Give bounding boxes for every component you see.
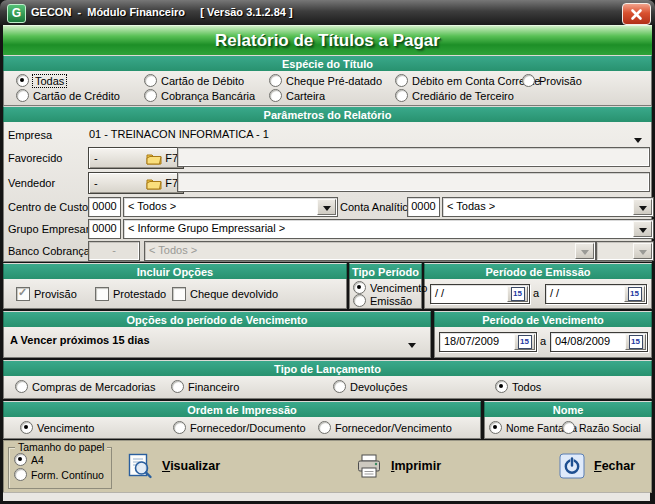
radio-especie-carteira[interactable]: Carteira bbox=[269, 89, 325, 102]
radio-ordem-vencimento[interactable]: Vencimento bbox=[20, 421, 94, 434]
radio-lancamento-financeiro[interactable]: Financeiro bbox=[171, 380, 239, 393]
opcoes-vencimento-select[interactable]: A Vencer próximos 15 dias bbox=[6, 331, 422, 351]
chevron-down-icon[interactable] bbox=[633, 199, 652, 215]
radio-especie-cartao-credito[interactable]: Cartão de Crédito bbox=[16, 89, 120, 102]
favorecido-field[interactable] bbox=[177, 147, 650, 167]
radio-tipo-periodo-vencimento[interactable]: Vencimento bbox=[353, 281, 427, 294]
favorecido-code: - bbox=[94, 152, 146, 164]
radio-paper-form-continuo[interactable]: Form. Contínuo bbox=[14, 468, 104, 481]
calendar-button[interactable]: 15 bbox=[624, 286, 645, 302]
fechar-button[interactable]: Fechar bbox=[559, 453, 635, 479]
favorecido-lookup-button[interactable]: - F7 bbox=[88, 147, 184, 169]
radio-tipo-periodo-emissao[interactable]: Emissão bbox=[353, 294, 412, 307]
vendedor-label: Vendedor bbox=[8, 177, 55, 189]
radio-label: Fornecedor/Documento bbox=[190, 422, 306, 434]
centro-custo-code[interactable]: 0000 bbox=[88, 197, 121, 217]
radio-label: Fornecedor/Vencimento bbox=[335, 422, 452, 434]
calendar-icon: 15 bbox=[511, 287, 525, 301]
vendedor-code: - bbox=[94, 177, 146, 189]
app-window: G GECON - Módulo Financeiro [ Versão 3.1… bbox=[0, 0, 655, 504]
date-value: / / bbox=[435, 287, 444, 299]
emissao-date-to[interactable]: / / 15 bbox=[545, 284, 647, 304]
conta-analitica-select[interactable]: < Todas > bbox=[442, 197, 654, 217]
checkbox-cheque-devolvido[interactable]: Cheque devolvido bbox=[172, 287, 278, 301]
radio-especie-provisao[interactable]: Provisão bbox=[522, 74, 582, 87]
calendar-button[interactable]: 15 bbox=[514, 334, 535, 350]
status-strip bbox=[3, 492, 650, 501]
date-value: 18/07/2009 bbox=[444, 335, 499, 347]
radio-ordem-fornecedor-vencimento[interactable]: Fornecedor/Vencimento bbox=[318, 421, 452, 434]
radio-icon bbox=[20, 421, 33, 434]
vendedor-lookup-button[interactable]: - F7 bbox=[88, 172, 184, 194]
radio-icon bbox=[144, 89, 157, 102]
button-label: Fechar bbox=[594, 459, 635, 473]
radio-lancamento-devolucoes[interactable]: Devoluções bbox=[333, 380, 407, 393]
radio-label: Crediário de Terceiro bbox=[412, 90, 514, 102]
radio-icon bbox=[16, 89, 29, 102]
radio-label: Financeiro bbox=[188, 381, 239, 393]
radio-especie-debito-conta[interactable]: Débito em Conta Corrente bbox=[395, 74, 540, 87]
conta-analitica-value: < Todas > bbox=[447, 200, 495, 212]
date-value: / / bbox=[550, 287, 559, 299]
radio-especie-crediario[interactable]: Crediário de Terceiro bbox=[395, 89, 514, 102]
radio-lancamento-todos[interactable]: Todos bbox=[495, 380, 541, 393]
radio-paper-a4[interactable]: A4 bbox=[14, 453, 44, 466]
grupo-empresarial-select[interactable]: < Informe Grupo Empressarial > bbox=[123, 219, 654, 239]
radio-label: Cheque Pré-datado bbox=[286, 75, 382, 87]
banco-cobranca-select: < Todos > bbox=[144, 241, 596, 261]
chevron-down-icon bbox=[408, 343, 416, 352]
banco-cobranca-value: < Todos > bbox=[149, 244, 197, 256]
radio-icon bbox=[171, 380, 184, 393]
centro-custo-select[interactable]: < Todos > bbox=[123, 197, 338, 217]
imprimir-button[interactable]: Imprimir bbox=[356, 453, 441, 479]
vencimento-date-to[interactable]: 04/08/2009 15 bbox=[550, 332, 648, 352]
radio-label: Cartão de Débito bbox=[161, 75, 244, 87]
calendar-button[interactable]: 15 bbox=[625, 334, 646, 350]
title-bar[interactable]: G GECON - Módulo Financeiro [ Versão 3.1… bbox=[0, 0, 655, 25]
calendar-button[interactable]: 15 bbox=[507, 286, 528, 302]
close-button[interactable] bbox=[622, 3, 651, 25]
power-icon bbox=[559, 453, 585, 479]
empresa-select[interactable]: 01 - TREINACON INFORMATICA - 1 bbox=[85, 126, 648, 144]
chevron-down-icon[interactable] bbox=[633, 221, 652, 237]
vendedor-field[interactable] bbox=[177, 172, 650, 192]
conta-analitica-label: Conta Analítica bbox=[340, 201, 414, 213]
chevron-down-icon[interactable] bbox=[317, 199, 336, 215]
emissao-date-from[interactable]: / / 15 bbox=[430, 284, 530, 304]
radio-razao-social[interactable]: Razão Social bbox=[562, 421, 641, 434]
radio-icon bbox=[489, 421, 502, 434]
vencimento-date-from[interactable]: 18/07/2009 15 bbox=[439, 332, 537, 352]
radio-icon bbox=[269, 74, 282, 87]
checkbox-provisao[interactable]: Provisão bbox=[16, 287, 77, 301]
radio-label: Cartão de Crédito bbox=[33, 90, 120, 102]
checkbox-label: Provisão bbox=[34, 288, 77, 300]
conta-analitica-code[interactable]: 0000 bbox=[407, 197, 440, 217]
button-label: Visualizar bbox=[162, 459, 220, 473]
radio-especie-todas[interactable]: Todas bbox=[16, 74, 66, 87]
radio-icon bbox=[495, 380, 508, 393]
radio-label: Todas bbox=[33, 75, 66, 87]
checkbox-protestado[interactable]: Protestado bbox=[95, 287, 166, 301]
banco-cobranca-label: Banco Cobrança bbox=[8, 245, 90, 257]
radio-icon bbox=[15, 380, 28, 393]
centro-custo-value: < Todos > bbox=[128, 200, 176, 212]
radio-label: Emissão bbox=[370, 295, 412, 307]
grupo-empresarial-code[interactable]: 0000 bbox=[88, 219, 121, 239]
radio-label: Vencimento bbox=[37, 422, 94, 434]
radio-especie-cheque-predatado[interactable]: Cheque Pré-datado bbox=[269, 74, 382, 87]
radio-label: Devoluções bbox=[350, 381, 407, 393]
radio-ordem-fornecedor-documento[interactable]: Fornecedor/Documento bbox=[173, 421, 306, 434]
radio-icon bbox=[522, 74, 535, 87]
radio-label: Razão Social bbox=[579, 422, 641, 434]
radio-lancamento-compras[interactable]: Compras de Mercadorias bbox=[15, 380, 156, 393]
radio-especie-cobranca-bancaria[interactable]: Cobrança Bancária bbox=[144, 89, 255, 102]
radio-label: Todos bbox=[512, 381, 541, 393]
visualizar-button[interactable]: Visualizar bbox=[127, 453, 220, 479]
radio-icon bbox=[318, 421, 331, 434]
radio-label: Form. Contínuo bbox=[31, 469, 104, 481]
centro-custo-label: Centro de Custo bbox=[8, 201, 88, 213]
checkbox-icon bbox=[95, 287, 109, 301]
radio-icon bbox=[395, 74, 408, 87]
radio-especie-cartao-debito[interactable]: Cartão de Débito bbox=[144, 74, 244, 87]
folder-icon bbox=[146, 152, 162, 165]
